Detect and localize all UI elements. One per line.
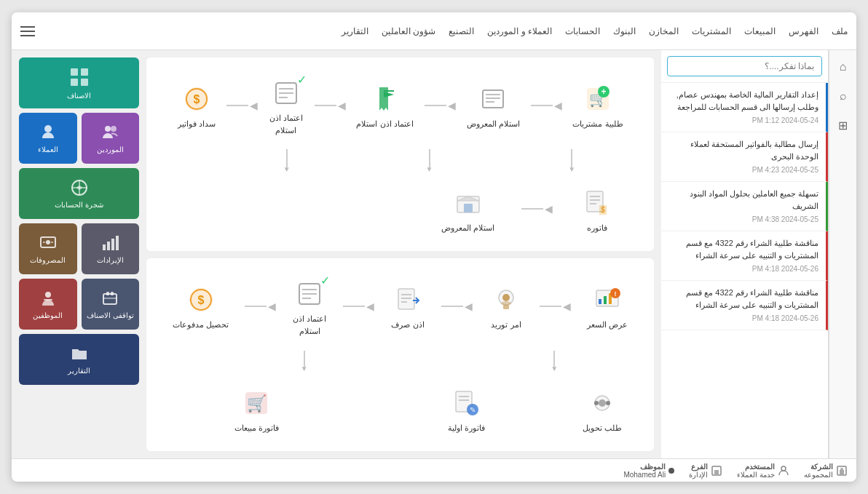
categories-icon — [69, 67, 90, 87]
arrow-connector: ◀ — [540, 300, 571, 312]
sales-invoice-node[interactable]: 🛒 فاتورة مبيعات — [234, 386, 279, 433]
svg-point-64 — [111, 126, 117, 132]
vertical-arrow: ▼ — [571, 149, 572, 167]
tile-categories[interactable]: الاصناف — [19, 57, 139, 108]
nav-manufacturing[interactable]: التصنيع — [449, 26, 474, 36]
top-navigation: ملف الفهرس المبيعات المشتريات المخازن ال… — [12, 12, 856, 50]
tile-suppliers[interactable]: الموردين — [82, 113, 140, 164]
search-input[interactable] — [667, 56, 822, 76]
initial-invoice-label: فاتورة اولية — [448, 423, 485, 433]
transfer-request-node[interactable]: طلب تحويل — [583, 386, 622, 433]
svg-rect-59 — [71, 68, 78, 76]
svg-rect-29 — [604, 296, 607, 304]
notification-item[interactable]: مناقشة طلبية الشراء رقم 4322 مع قسم المش… — [661, 281, 828, 330]
notifications-panel: إعداد التقارير المالية الخاصة بمهندس عصا… — [661, 50, 829, 458]
checkmark2-icon: ✓ — [320, 274, 330, 287]
nav-warehouses[interactable]: المخازن — [649, 26, 679, 36]
user-label: المستخدم — [737, 463, 775, 471]
tile-categories-label: الاصناف — [67, 92, 91, 100]
collect-payments-label: تحصيل مدفوعات — [173, 320, 229, 330]
nav-file[interactable]: ملف — [832, 26, 848, 36]
invoice-icon: $ — [583, 189, 611, 217]
notification-item[interactable]: إعداد التقارير المالية الخاصة بمهندس عصا… — [661, 83, 828, 132]
notification-date: 2024-05-26 4:18 PM — [668, 313, 818, 324]
employees-icon — [39, 290, 57, 307]
pay-invoices-node[interactable]: $ سداد فواتير — [178, 81, 216, 129]
svg-rect-77 — [103, 294, 117, 304]
search-box — [661, 50, 828, 83]
nav-banks[interactable]: البنوك — [613, 26, 636, 36]
nav-reports[interactable]: التقارير — [342, 26, 368, 36]
svg-point-49 — [599, 399, 606, 407]
home-icon[interactable]: ⌂ — [835, 59, 851, 75]
transfer-request-label: طلب تحويل — [583, 423, 622, 433]
nav-sales[interactable]: المبيعات — [744, 26, 776, 36]
svg-text:✎: ✎ — [470, 406, 476, 414]
hamburger-menu-button[interactable] — [20, 26, 35, 36]
approval2-node[interactable]: ✓ اعتماد اذن استلام — [292, 276, 327, 336]
collect-payments-icon: $ — [186, 285, 216, 314]
svg-text:$: $ — [193, 93, 200, 105]
notification-date: 2024-05-25 4:23 PM — [668, 164, 818, 175]
invoice-node[interactable]: $ فاتوره — [580, 186, 615, 233]
search-icon[interactable]: ⌕ — [835, 88, 851, 104]
employee-sublabel: Mohamed Ali — [623, 471, 666, 479]
checkmark-icon: ✓ — [297, 73, 307, 87]
receive-goods-icon — [454, 189, 482, 217]
tile-accounts-label: شجرة الحسابات — [55, 201, 103, 209]
nav-customers-suppliers[interactable]: العملاء و الموردين — [487, 26, 552, 36]
initial-invoice-node[interactable]: ✎ فاتورة اولية — [448, 386, 485, 433]
nav-purchases[interactable]: المشتريات — [692, 26, 731, 36]
approval2-label: اعتماد اذن — [293, 314, 326, 324]
vertical-arrow: ▼ — [553, 351, 555, 367]
tile-reports[interactable]: التقارير — [19, 334, 139, 385]
svg-rect-28 — [599, 299, 601, 304]
nav-index[interactable]: الفهرس — [789, 26, 818, 36]
svg-text:$: $ — [197, 294, 204, 306]
exchange-permit-node[interactable]: اذن صرف — [390, 282, 425, 330]
purchase-order-node[interactable]: اعتماد اذن استلام — [356, 81, 413, 129]
notification-item[interactable]: مناقشة طلبية الشراء رقم 4322 مع قسم المش… — [661, 231, 828, 281]
tile-item-balance[interactable]: تواقفى الاصناف — [82, 279, 140, 330]
svg-rect-78 — [106, 292, 109, 295]
notification-item[interactable]: إرسال مطالبة بالفواتير المستحقة لعملاء ا… — [661, 132, 828, 182]
arrow-connector: ◀ — [226, 100, 258, 111]
nav-employees[interactable]: شؤون العاملين — [382, 26, 435, 36]
tile-customers[interactable]: العملاء — [19, 113, 77, 164]
svg-rect-85 — [840, 468, 843, 471]
purchase-request-node[interactable]: 🛒 + طلبية مشتريات — [572, 81, 623, 129]
svg-point-86 — [781, 466, 786, 471]
svg-rect-62 — [81, 79, 88, 86]
svg-rect-37 — [398, 289, 414, 309]
status-items: الشركة المجموعه المستخدم خدمة العملاء — [623, 463, 848, 479]
nav-accounts[interactable]: الحسابات — [565, 26, 600, 36]
notification-item[interactable]: تسهلة جميع العاملين بحلول المواد البنود … — [661, 182, 828, 231]
approval-node[interactable]: ✓ اعتماد اذن استلام — [269, 76, 304, 135]
svg-text:+: + — [601, 87, 606, 97]
grid-icon[interactable]: ⊞ — [835, 117, 851, 133]
company-icon — [836, 465, 848, 477]
exchange-permit-icon — [394, 286, 422, 314]
price-display-icon: ! — [593, 286, 621, 314]
supply-order-icon — [492, 286, 520, 314]
exchange-permit-label: اذن صرف — [391, 320, 424, 330]
svg-rect-60 — [81, 68, 88, 76]
svg-text:$: $ — [601, 206, 606, 214]
notification-list: إعداد التقارير المالية الخاصة بمهندس عصا… — [661, 83, 828, 458]
notification-text: إعداد التقارير المالية الخاصة بمهندس عصا… — [668, 89, 818, 113]
svg-text:🛒: 🛒 — [247, 394, 267, 413]
supply-order-label: امر توريد — [491, 320, 521, 330]
collect-payments-node[interactable]: $ تحصيل مدفوعات — [173, 282, 229, 330]
supply-order-node[interactable]: امر توريد — [489, 282, 524, 330]
tile-accounts-tree[interactable]: شجرة الحسابات — [19, 168, 139, 219]
tile-employees-label: الموظفين — [33, 311, 63, 319]
receive-goods-node[interactable]: استلام المعروض — [441, 186, 494, 233]
price-display-node[interactable]: ! عرض السعر — [587, 282, 628, 330]
svg-point-74 — [46, 240, 50, 244]
tile-revenues[interactable]: الإيرادات — [82, 223, 140, 274]
receive-offer-node[interactable]: استلام المعروض — [467, 81, 520, 129]
svg-point-50 — [594, 401, 599, 405]
tile-expenses[interactable]: المصروفات — [19, 223, 77, 274]
invoice-label: فاتوره — [587, 223, 607, 233]
tile-employees[interactable]: الموظفين — [19, 279, 77, 330]
